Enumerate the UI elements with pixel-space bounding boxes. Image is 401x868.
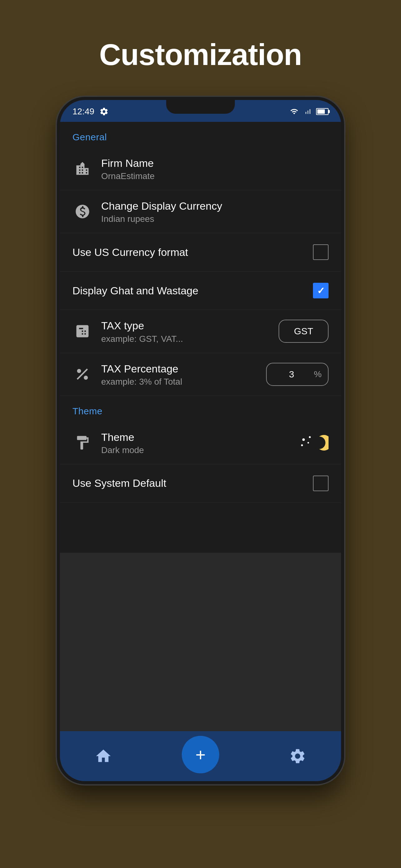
firm-name-title: Firm Name xyxy=(101,156,329,170)
nav-fab[interactable]: + xyxy=(182,736,219,776)
status-right xyxy=(289,107,329,116)
svg-point-0 xyxy=(302,438,305,441)
home-icon xyxy=(95,747,112,765)
tax-percentage-subtitle: example: 3% of Total xyxy=(101,377,257,387)
theme-text: Theme Dark mode xyxy=(101,430,289,455)
tax-type-subtitle: example: GST, VAT... xyxy=(101,334,270,344)
us-currency-row[interactable]: Use US Currency format xyxy=(60,233,341,272)
firm-name-text: Firm Name OrnaEstimate xyxy=(101,156,329,181)
theme-title: Theme xyxy=(101,430,289,444)
wifi-icon xyxy=(289,107,300,116)
theme-item[interactable]: Theme Dark mode xyxy=(60,422,341,464)
app-content: General Firm Name OrnaEstimate Change Di… xyxy=(60,122,341,553)
ghat-wastage-row[interactable]: Display Ghat and Wastage xyxy=(60,272,341,310)
system-default-row[interactable]: Use System Default xyxy=(60,464,341,503)
paint-roller-icon xyxy=(72,433,93,453)
status-left: 12:49 xyxy=(72,106,109,117)
general-section-header: General xyxy=(60,122,341,148)
tax-type-text: TAX type example: GST, VAT... xyxy=(101,319,270,344)
firm-name-item[interactable]: Firm Name OrnaEstimate xyxy=(60,148,341,190)
tax-type-title: TAX type xyxy=(101,319,270,333)
theme-subtitle: Dark mode xyxy=(101,445,289,455)
currency-title: Change Display Currency xyxy=(101,199,329,213)
us-currency-label: Use US Currency format xyxy=(72,246,188,258)
side-button xyxy=(341,225,344,262)
tax-percentage-item[interactable]: TAX Percentage example: 3% of Total 3 % xyxy=(60,353,341,396)
bottom-nav: + xyxy=(60,731,341,781)
tax-type-item[interactable]: TAX type example: GST, VAT... GST xyxy=(60,310,341,353)
currency-text: Change Display Currency Indian rupees xyxy=(101,199,329,224)
nav-settings[interactable] xyxy=(289,747,306,765)
add-button[interactable]: + xyxy=(182,736,219,773)
phone-notch xyxy=(166,100,235,114)
settings-status-icon xyxy=(99,107,109,116)
page-title: Customization xyxy=(99,37,302,72)
us-currency-checkbox[interactable] xyxy=(313,244,329,260)
tax-percentage-number: 3 xyxy=(273,369,310,380)
ghat-wastage-label: Display Ghat and Wastage xyxy=(72,285,198,297)
building-icon xyxy=(72,159,93,179)
dark-mode-icon xyxy=(297,433,329,452)
phone-frame: 12:49 General xyxy=(57,97,344,784)
svg-point-3 xyxy=(308,442,309,443)
settings-nav-icon xyxy=(289,747,306,765)
signal-icon xyxy=(304,107,312,116)
add-icon: + xyxy=(196,745,206,765)
tax-percentage-unit: % xyxy=(314,369,322,379)
tax-type-value[interactable]: GST xyxy=(278,320,329,343)
tax-percentage-input[interactable]: 3 % xyxy=(266,363,329,386)
tax-percentage-title: TAX Percentage xyxy=(101,362,257,376)
battery-icon xyxy=(316,108,329,115)
tax-percentage-text: TAX Percentage example: 3% of Total xyxy=(101,362,257,387)
nav-home[interactable] xyxy=(95,747,112,765)
percent-icon xyxy=(72,364,93,384)
currency-item[interactable]: Change Display Currency Indian rupees xyxy=(60,190,341,233)
system-default-checkbox[interactable] xyxy=(313,475,329,491)
calculator-icon xyxy=(72,321,93,341)
status-time: 12:49 xyxy=(72,106,94,117)
theme-section-header: Theme xyxy=(60,396,341,422)
firm-name-subtitle: OrnaEstimate xyxy=(101,171,329,181)
svg-point-2 xyxy=(301,444,303,446)
system-default-label: Use System Default xyxy=(72,477,166,489)
svg-point-1 xyxy=(309,436,311,438)
ghat-wastage-checkbox[interactable] xyxy=(313,283,329,299)
currency-subtitle: Indian rupees xyxy=(101,214,329,224)
currency-exchange-icon xyxy=(72,202,93,221)
